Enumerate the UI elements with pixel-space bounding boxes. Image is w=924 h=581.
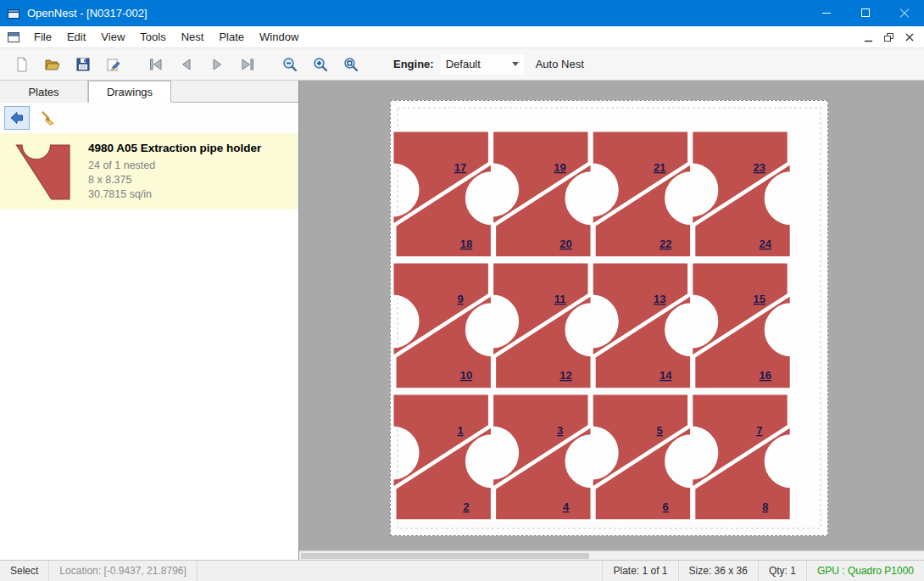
status-qty: Qty: 1 [758,561,806,581]
drawing-info: 4980 A05 Extraction pipe holder 24 of 1 … [88,140,261,203]
menu-edit[interactable]: Edit [59,26,93,48]
zoom-in-icon [312,56,329,73]
horizontal-scrollbar[interactable] [299,550,924,560]
plate[interactable]: 171921231820222491113151012141613572468 [390,100,828,536]
part-number: 6 [663,500,669,513]
save-as-button[interactable] [98,51,129,78]
drawing-title: 4980 A05 Extraction pipe holder [88,142,261,154]
tab-drawings[interactable]: Drawings [88,81,171,103]
zoom-fit-icon [342,56,359,73]
blue-arrow-icon [8,109,25,126]
last-arrow-icon [239,56,256,73]
part-number: 17 [454,161,466,174]
minimize-button[interactable] [807,0,846,26]
part-number: 24 [760,237,772,250]
status-location: Location: [-0.9437, 21.8796] [49,561,197,581]
sidebar-tabs: Plates Drawings [0,81,298,103]
menu-nest[interactable]: Nest [174,26,212,48]
part-number: 21 [654,161,665,174]
engine-select[interactable]: Default [441,54,524,75]
tab-plates[interactable]: Plates [0,81,88,103]
caption-buttons [807,0,924,26]
auto-nest-button[interactable]: Auto Nest [536,58,584,70]
maximize-button[interactable] [846,0,885,26]
menu-bar: File Edit View Tools Nest Plate Window [0,26,924,48]
maximize-icon [846,0,885,26]
report-button[interactable] [4,106,30,130]
restore-icon [882,31,896,44]
chevron-down-icon [512,62,519,66]
part-number: 14 [660,369,672,382]
nest-canvas[interactable]: 171921231820222491113151012141613572468 [299,81,924,560]
menu-tools[interactable]: Tools [132,26,173,48]
open-button[interactable] [37,51,68,78]
status-plate: Plate: 1 of 1 [602,561,677,581]
previous-plate-button[interactable] [171,51,202,78]
mdi-minimize-button[interactable] [858,29,878,46]
sidebar: Plates Drawings 4980 A05 Extraction pipe… [0,81,299,560]
open-folder-icon [44,56,61,73]
close-icon [885,0,924,26]
zoom-out-button[interactable] [275,51,305,78]
part-number: 15 [754,293,765,305]
part-number: 19 [554,161,565,174]
main-toolbar: Engine: Default Auto Nest [0,48,924,81]
mdi-close-button[interactable] [899,29,919,46]
new-button[interactable] [7,51,37,78]
new-document-icon [14,56,31,73]
drawings-toolbar [0,103,298,133]
close-button[interactable] [885,0,924,26]
engine-value: Default [446,58,481,70]
previous-arrow-icon [178,56,195,73]
drawing-area: 30.7815 sq/in [88,188,261,200]
part-number: 13 [654,293,665,305]
close-icon [902,31,916,44]
mdi-restore-button[interactable] [878,29,899,46]
drawing-nested-count: 24 of 1 nested [88,159,261,171]
app-icon [7,7,20,20]
drawing-dimensions: 8 x 8.375 [88,174,261,186]
part-number: 7 [756,424,762,437]
save-edit-icon [105,56,122,73]
mdi-window-buttons [858,29,919,46]
minimize-icon [861,31,876,44]
save-floppy-icon [75,56,92,73]
menu-view[interactable]: View [93,26,132,48]
scrollbar-thumb[interactable] [301,553,589,559]
menu-file[interactable]: File [26,26,59,48]
part-number: 22 [660,237,671,250]
part-thumbnail [8,140,76,201]
mdi-child-icon[interactable] [7,31,21,44]
next-plate-button[interactable] [202,51,232,78]
engine-label: Engine: [393,58,434,70]
part-number: 20 [559,237,571,250]
menu-window[interactable]: Window [252,26,306,48]
zoom-in-button[interactable] [305,51,336,78]
part-number: 5 [657,424,663,437]
broom-icon [39,109,56,126]
title-bar[interactable]: OpenNest - [N0317-002] [0,0,924,26]
part-number: 16 [760,369,771,382]
main-body: Plates Drawings 4980 A05 Extraction pipe… [0,81,924,560]
part-number: 3 [557,424,563,437]
zoom-fit-button[interactable] [336,51,366,78]
app-window: OpenNest - [N0317-002] File Edit View To… [0,0,924,581]
first-arrow-icon [148,56,164,73]
last-plate-button[interactable] [232,51,263,78]
minimize-icon [807,0,846,26]
menu-plate[interactable]: Plate [211,26,252,48]
part-number: 11 [554,293,566,305]
status-gpu: GPU : Quadro P1000 [806,561,924,581]
zoom-out-icon [281,56,298,73]
part-number: 1 [457,424,463,437]
part-number: 8 [762,500,768,513]
part-number: 18 [460,237,472,250]
part-number: 12 [559,369,571,382]
save-button[interactable] [68,51,98,78]
clean-button[interactable] [35,106,60,130]
drawing-list-item[interactable]: 4980 A05 Extraction pipe holder 24 of 1 … [0,133,298,209]
part-number: 9 [457,293,463,305]
first-plate-button[interactable] [141,51,171,78]
next-arrow-icon [209,56,225,73]
window-title: OpenNest - [N0317-002] [27,7,148,20]
